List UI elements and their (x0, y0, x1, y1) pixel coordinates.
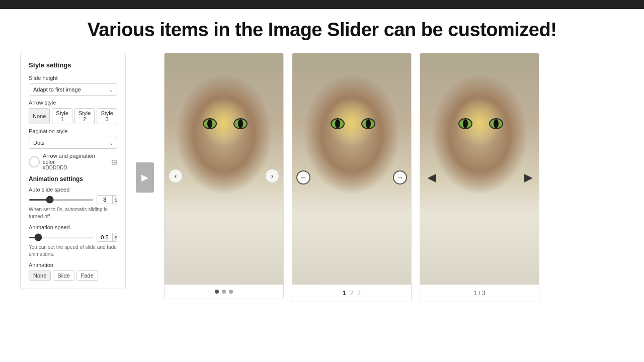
auto-slide-unit: s (112, 196, 117, 204)
arrow-style-none-button[interactable]: None (29, 108, 50, 124)
slider2-prev-button[interactable]: ← (296, 170, 310, 185)
animation-speed-hint: You can set the speed of slide and fade … (29, 244, 117, 258)
cat-eye-left-2 (331, 118, 345, 129)
slide-height-select[interactable]: Adapt to first image (29, 83, 117, 96)
animation-settings-title: Animation settings (29, 175, 117, 183)
animation-speed-value-input[interactable] (97, 233, 112, 241)
slider2-image (292, 53, 411, 285)
page-num-3[interactable]: 3 (357, 290, 361, 297)
arrow-style-label: Arrow style (29, 100, 117, 106)
cat-eye-left-1 (203, 118, 217, 129)
top-bar (0, 0, 644, 9)
cat-pupil-right-1 (238, 119, 243, 128)
animation-buttons: None Slide Fade (29, 270, 117, 281)
slider1-image (165, 53, 283, 285)
slider1-photo (165, 53, 283, 285)
animation-speed-unit: s (112, 233, 117, 241)
slider1-pagination (165, 285, 283, 299)
cat-pupil-right-2 (366, 119, 371, 128)
arrow-style-3-button[interactable]: Style 3 (97, 108, 117, 124)
auto-slide-range[interactable] (29, 199, 94, 201)
settings-title: Style settings (29, 61, 117, 69)
animation-label: Animation (29, 262, 117, 268)
cat-eye-right-3 (489, 118, 503, 129)
slider2-pagination: 1 2 3 (292, 285, 411, 302)
slider3-pagination: 1 / 3 (420, 285, 539, 302)
settings-panel: Style settings Slide height Adapt to fir… (20, 53, 126, 289)
cat-pupil-left-3 (463, 119, 468, 128)
slider-preview-1: ‹ › (164, 53, 284, 299)
slide-height-label: Slide height (29, 75, 117, 81)
auto-slide-hint: When set to 0s, automatic sliding is tur… (29, 206, 117, 220)
arrow-style-buttons: None Style 1 Style 2 Style 3 (29, 108, 117, 124)
slider1-prev-button[interactable]: ‹ (169, 169, 183, 183)
animation-speed-value-box: s (97, 233, 117, 242)
pagination-style-select[interactable]: DotsNumbersText (29, 137, 117, 149)
auto-slide-label: Auto slide speed (29, 187, 117, 193)
color-swatch[interactable] (29, 156, 40, 167)
sliders-row: ‹ › (164, 53, 539, 302)
animation-slide-button[interactable]: Slide (53, 270, 74, 281)
pagination-style-select-wrapper: DotsNumbersText ⌄ (29, 137, 117, 149)
side-navigation-arrow: ▶ (136, 162, 154, 193)
slider3-page-text: 1 / 3 (473, 290, 485, 297)
page-num-1[interactable]: 1 (343, 290, 346, 297)
cat-eye-right-1 (233, 118, 248, 129)
cat-pupil-right-3 (494, 119, 499, 128)
color-row: Arrow and pagination color #DDDDDD ⊟ (29, 153, 117, 170)
auto-slide-value-input[interactable] (97, 196, 112, 204)
animation-speed-range[interactable] (29, 237, 94, 238)
dot-1-2[interactable] (222, 290, 226, 294)
animation-fade-button[interactable]: Fade (76, 270, 98, 281)
cat-pupil-left-2 (335, 119, 340, 128)
auto-slide-slider-row: s (29, 195, 117, 204)
color-reset-icon[interactable]: ⊟ (111, 158, 117, 166)
cat-eye-left-3 (458, 118, 472, 129)
slider1-next-button[interactable]: › (265, 169, 279, 183)
slider3-prev-button[interactable]: ◀ (424, 170, 438, 185)
slider-preview-2: ← → 1 2 3 (292, 53, 412, 302)
page-title: Various items in the Image Slider can be… (88, 19, 557, 41)
color-left: Arrow and pagination color #DDDDDD (29, 153, 108, 170)
pagination-style-label: Pagination style (29, 128, 117, 134)
auto-slide-value-box: s (97, 195, 117, 204)
slider3-next-button[interactable]: ▶ (521, 170, 535, 185)
slider3-image (420, 53, 539, 285)
arrow-style-2-button[interactable]: Style 2 (74, 108, 95, 124)
cat-pupil-left-1 (207, 119, 212, 128)
arrow-color-label: Arrow and pagination color (43, 153, 108, 165)
animation-speed-slider-row: s (29, 233, 117, 242)
animation-none-button[interactable]: None (29, 270, 51, 281)
arrow-style-1-button[interactable]: Style 1 (52, 108, 72, 124)
arrow-color-value: #DDDDDD (43, 165, 108, 170)
dot-1-3[interactable] (229, 290, 233, 294)
side-next-button[interactable]: ▶ (136, 162, 154, 193)
page-num-2[interactable]: 2 (350, 290, 354, 297)
slider-preview-3: ◀ ▶ 1 / 3 (420, 53, 539, 302)
slider2-next-button[interactable]: → (393, 170, 407, 185)
cat-eye-right-2 (361, 118, 375, 129)
dot-1-active[interactable] (215, 290, 219, 294)
animation-speed-label: Animation speed (29, 224, 117, 230)
chevron-right-icon: ▶ (141, 172, 148, 183)
slider2-photo (292, 53, 411, 285)
slide-height-select-wrapper: Adapt to first image ⌄ (29, 83, 117, 96)
slider3-photo (420, 53, 539, 285)
